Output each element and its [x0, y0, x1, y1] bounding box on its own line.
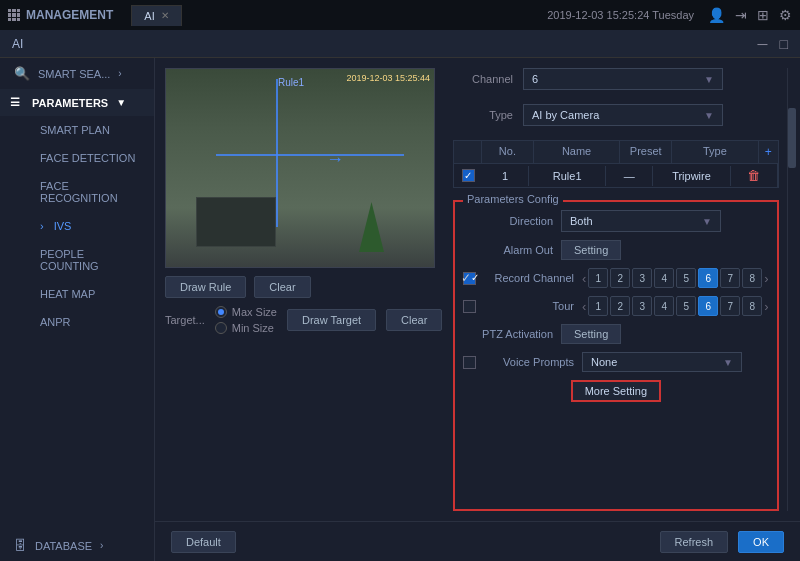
min-size-label: Min Size: [232, 322, 274, 334]
tour-ch-4[interactable]: 4: [654, 296, 674, 316]
record-ch-7[interactable]: 7: [720, 268, 740, 288]
title-bar: MANAGEMENT AI ✕ 2019-12-03 15:25:24 Tues…: [0, 0, 800, 30]
row-no: 1: [482, 166, 529, 186]
radio-max-size[interactable]: Max Size: [215, 306, 277, 318]
alarm-setting-button[interactable]: Setting: [561, 240, 621, 260]
title-bar-right: 2019-12-03 15:25:24 Tuesday 👤 ⇥ ⊞ ⚙: [547, 7, 792, 23]
record-channel-row: ✓ Record Channel ‹ 1 2 3 4 5 6: [463, 268, 769, 288]
more-setting-button[interactable]: More Setting: [571, 380, 661, 402]
record-channel-grid: ‹ 1 2 3 4 5 6 7 8 ›: [582, 268, 769, 288]
row-checkbox[interactable]: [462, 169, 475, 182]
bottom-bar: Default Refresh OK: [155, 521, 800, 561]
right-panel: Channel 6 ▼ Type AI by Camera ▼: [445, 68, 787, 511]
voice-prompts-row: Voice Prompts None ▼: [463, 352, 769, 372]
type-select[interactable]: AI by Camera ▼: [523, 104, 723, 126]
sidebar-item-heat-map[interactable]: HEAT MAP: [26, 280, 154, 308]
sidebar-item-database[interactable]: 🗄 DATABASE ›: [0, 530, 154, 561]
tour-ch-6[interactable]: 6: [698, 296, 718, 316]
refresh-button[interactable]: Refresh: [660, 531, 729, 553]
add-rule-button[interactable]: +: [759, 141, 778, 163]
tour-checkbox[interactable]: [463, 300, 476, 313]
grid-apps-icon[interactable]: ⊞: [757, 7, 769, 23]
sidebar-item-people-counting[interactable]: PEOPLE COUNTING: [26, 240, 154, 280]
draw-rule-button[interactable]: Draw Rule: [165, 276, 246, 298]
sidebar-item-smart-plan[interactable]: SMART PLAN: [26, 116, 154, 144]
col-preset: Preset: [620, 141, 672, 163]
win-title-bar: AI ─ □: [0, 30, 800, 58]
col-no: No.: [482, 141, 534, 163]
clear-button-2[interactable]: Clear: [386, 309, 442, 331]
camera-timestamp: 2019-12-03 15:25:44: [346, 73, 430, 83]
tour-prev-icon[interactable]: ‹: [582, 299, 586, 314]
record-ch-5[interactable]: 5: [676, 268, 696, 288]
sidebar-smart-search-label: SMART SEA...: [38, 68, 110, 80]
type-arrow-icon: ▼: [704, 110, 714, 121]
scroll-thumb[interactable]: [788, 108, 796, 168]
app-window: AI ─ □ 🔍 SMART SEA... › ☰ PARAMETERS ▼ S…: [0, 30, 800, 561]
clear-button-1[interactable]: Clear: [254, 276, 310, 298]
direction-value: Both: [570, 215, 593, 227]
tour-ch-5[interactable]: 5: [676, 296, 696, 316]
sidebar-item-smart-search[interactable]: 🔍 SMART SEA... ›: [0, 58, 154, 89]
direction-select[interactable]: Both ▼: [561, 210, 721, 232]
tour-next-icon[interactable]: ›: [764, 299, 768, 314]
record-ch-1[interactable]: 1: [588, 268, 608, 288]
voice-prompts-value: None: [591, 356, 617, 368]
channel-label: Channel: [453, 73, 513, 85]
camera-rule-label: Rule1: [278, 77, 304, 88]
database-arrow: ›: [100, 540, 103, 551]
record-ch-3[interactable]: 3: [632, 268, 652, 288]
tour-ch-7[interactable]: 7: [720, 296, 740, 316]
record-channel-label: Record Channel: [484, 272, 574, 284]
tour-ch-1[interactable]: 1: [588, 296, 608, 316]
camera-direction-arrow: →: [326, 149, 344, 170]
channel-select[interactable]: 6 ▼: [523, 68, 723, 90]
default-button[interactable]: Default: [171, 531, 236, 553]
record-next-icon[interactable]: ›: [764, 271, 768, 286]
sidebar-item-face-detection[interactable]: FACE DETECTION: [26, 144, 154, 172]
tab-ai-label: AI: [144, 10, 154, 22]
minimize-icon[interactable]: ─: [758, 36, 768, 52]
delete-row-icon[interactable]: 🗑: [747, 168, 760, 183]
record-prev-icon[interactable]: ‹: [582, 271, 586, 286]
maximize-icon[interactable]: □: [780, 36, 788, 52]
datetime-display: 2019-12-03 15:25:24 Tuesday: [547, 9, 694, 21]
row-checkbox-cell: [454, 165, 482, 186]
record-ch-6[interactable]: 6: [698, 268, 718, 288]
settings-icon[interactable]: ⚙: [779, 7, 792, 23]
alarm-out-row: Alarm Out Setting: [463, 240, 769, 260]
draw-target-button[interactable]: Draw Target: [287, 309, 376, 331]
direction-label: Direction: [463, 215, 553, 227]
app-name: MANAGEMENT: [26, 8, 113, 22]
type-row: Type AI by Camera ▼: [453, 104, 779, 126]
record-ch-2[interactable]: 2: [610, 268, 630, 288]
type-value: AI by Camera: [532, 109, 599, 121]
logout-icon[interactable]: ⇥: [735, 7, 747, 23]
radio-min-size[interactable]: Min Size: [215, 322, 277, 334]
channel-arrow-icon: ▼: [704, 74, 714, 85]
max-size-label: Max Size: [232, 306, 277, 318]
scrollbar[interactable]: [787, 68, 796, 511]
user-icon[interactable]: 👤: [708, 7, 725, 23]
sidebar-item-parameters[interactable]: ☰ PARAMETERS ▼: [0, 89, 154, 116]
sidebar-item-anpr[interactable]: ANPR: [26, 308, 154, 336]
row-type: Tripwire: [653, 166, 730, 186]
tour-ch-2[interactable]: 2: [610, 296, 630, 316]
sidebar-item-ivs[interactable]: › IVS: [26, 212, 154, 240]
record-ch-4[interactable]: 4: [654, 268, 674, 288]
target-row: Target... Max Size Min Size Draw Tar: [165, 306, 445, 334]
tab-ai[interactable]: AI ✕: [131, 5, 181, 26]
record-channel-checkbox[interactable]: ✓: [463, 272, 476, 285]
record-ch-8[interactable]: 8: [742, 268, 762, 288]
table-row: 1 Rule1 — Tripwire 🗑: [454, 163, 778, 187]
voice-prompts-select[interactable]: None ▼: [582, 352, 742, 372]
content-area: 🔍 SMART SEA... › ☰ PARAMETERS ▼ SMART PL…: [0, 58, 800, 561]
tour-ch-8[interactable]: 8: [742, 296, 762, 316]
tab-close-icon[interactable]: ✕: [161, 10, 169, 21]
ptz-setting-button[interactable]: Setting: [561, 324, 621, 344]
ok-button[interactable]: OK: [738, 531, 784, 553]
target-label: Target...: [165, 314, 205, 326]
tour-ch-3[interactable]: 3: [632, 296, 652, 316]
sidebar-item-face-recognition[interactable]: FACE RECOGNITION: [26, 172, 154, 212]
voice-prompts-checkbox[interactable]: [463, 356, 476, 369]
